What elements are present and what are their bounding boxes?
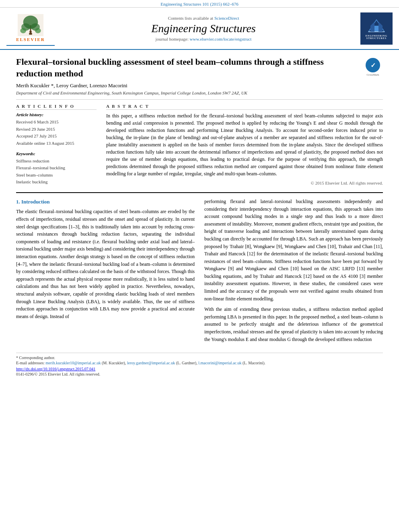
main-content: Flexural–torsional buckling assessment o… [0,50,399,383]
available-online-date: Available online 13 August 2015 [16,140,97,147]
email-line: E-mail addresses: merih.kucukler10@imper… [16,361,383,365]
corresponding-note: * Corresponding author. [16,355,383,360]
intro-col2-para1: performing flexural and lateral–torsiona… [204,198,383,302]
elsevier-logo: ELSEVIER [16,14,45,42]
keyword-3: Steel beam–columns [16,172,97,179]
journal-homepage-link[interactable]: www.elsevier.com/locate/engstruct [190,37,252,41]
abstract-section: A B S T R A C T In this paper, a stiffne… [106,104,383,186]
journal-homepage-line: journal homepage: www.elsevier.com/locat… [55,37,352,41]
keyword-4: Inelastic buckling [16,179,97,186]
journal-center: Contents lists available at ScienceDirec… [55,16,352,41]
intro-col2-para2: With the aim of extending these previous… [204,306,383,343]
elsevier-tree-icon [16,14,45,36]
article-title: Flexural–torsional buckling assessment o… [16,56,356,79]
body-columns: 1. Introduction The elastic flexural–tor… [16,198,383,346]
received-date: Received 6 March 2015 [16,119,97,126]
journal-badge-area: ENGINEERINGSTRUCTURES [352,12,393,45]
keywords-title: Keywords: [16,151,97,156]
authors-line: Merih Kucukler *, Leroy Gardner, Lorenzo… [16,82,383,89]
crossmark-icon: ✓ [366,58,380,72]
crossmark-area[interactable]: ✓ CrossMark [363,58,383,78]
svg-rect-11 [374,26,378,32]
email-link-3[interactable]: l.macorini@imperial.ac.uk [198,361,241,365]
body-col-left: 1. Introduction The elastic flexural–tor… [16,198,195,346]
badge-graphic [364,18,389,34]
crossmark-label: CrossMark [366,73,379,76]
journal-title: Engineering Structures [55,22,352,35]
article-title-section: Flexural–torsional buckling assessment o… [16,56,383,79]
footer-copyright: 0141-0296/© 2015 Elsevier Ltd. All right… [16,372,383,376]
affiliation-line: Department of Civil and Environmental En… [16,90,383,95]
history-title: Article history: [16,112,97,117]
svg-point-5 [20,28,26,33]
divider-2 [16,192,383,193]
email-link-1[interactable]: merih.kucukler10@imperial.ac.uk [45,361,101,365]
keyword-1: Stiffness reduction [16,158,97,165]
badge-text: ENGINEERINGSTRUCTURES [366,35,387,39]
science-direct-link[interactable]: ScienceDirect [214,16,239,21]
intro-col1-para1: The elastic flexural–torsional buckling … [16,208,195,320]
divider-1 [16,99,383,100]
revised-date: Revised 29 June 2015 [16,126,97,133]
article-info-left: A R T I C L E I N F O Article history: R… [16,104,97,186]
doi-link[interactable]: http://dx.doi.org/10.1016/j.engstruct.20… [16,367,383,371]
engineering-structures-badge: ENGINEERINGSTRUCTURES [360,12,393,45]
email-link-2[interactable]: leroy.gardner@imperial.ac.uk [127,361,175,365]
journal-header: ELSEVIER Contents lists available at Sci… [0,8,399,50]
svg-rect-8 [29,33,32,35]
article-info-section: A R T I C L E I N F O Article history: R… [16,104,383,186]
abstract-copyright: © 2015 Elsevier Ltd. All rights reserved… [106,181,383,185]
journal-reference-text: Engineering Structures 101 (2015) 662–67… [160,2,239,6]
keyword-2: Flexural–torsional buckling [16,164,97,172]
science-direct-line: Contents lists available at ScienceDirec… [55,16,352,21]
body-col-right: performing flexural and lateral–torsiona… [204,198,383,346]
abstract-title: A B S T R A C T [106,104,383,110]
keywords-section: Keywords: Stiffness reduction Flexural–t… [16,151,97,186]
journal-reference-bar: Engineering Structures 101 (2015) 662–67… [0,0,399,8]
footer-area: * Corresponding author. E-mail addresses… [16,353,383,376]
abstract-text: In this paper, a stiffness reduction met… [106,112,383,177]
section-1-heading: 1. Introduction [16,198,195,206]
authors-text: Merih Kucukler *, Leroy Gardner, Lorenzo… [16,82,128,88]
elsevier-logo-area: ELSEVIER [6,11,55,46]
svg-point-6 [35,28,41,33]
elsevier-text: ELSEVIER [16,37,45,42]
accepted-date: Accepted 27 July 2015 [16,133,97,140]
svg-point-7 [29,31,32,33]
article-info-title: A R T I C L E I N F O [16,104,97,110]
